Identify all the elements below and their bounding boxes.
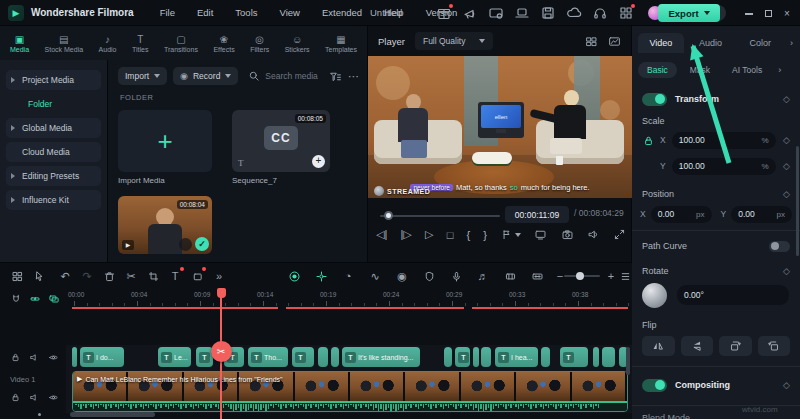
volume-button[interactable] [587,228,600,241]
timeline-zoom-slider[interactable] [564,275,600,277]
add-to-timeline-icon[interactable]: + [312,155,325,168]
menu-view[interactable]: View [280,7,300,18]
extract-clip-icon[interactable] [503,268,517,284]
subtitle-clip[interactable] [473,347,479,367]
import-button[interactable]: Import [118,67,167,85]
scale-x-keyframe-icon[interactable]: ◇ [783,135,790,145]
subtitle-clip[interactable] [331,347,339,367]
fit-timeline-icon[interactable] [530,268,544,284]
keyframe-graph-icon[interactable]: ∿ [368,268,382,284]
subtitle-clip[interactable]: TI do... [80,347,124,367]
subtitle-clip[interactable] [593,347,599,367]
sidebar-item-editing-presets[interactable]: Editing Presets [6,166,101,186]
tab-stock-media[interactable]: ▤Stock Media [45,34,84,53]
snapshot-camera-button[interactable] [561,228,574,241]
apps-grid-icon[interactable] [618,5,634,21]
scopes-icon[interactable] [608,35,621,48]
marker-flag-button[interactable] [500,228,521,241]
subtitle-clip[interactable]: TIt's like standing... [342,347,420,367]
zoom-slider-knob[interactable] [576,272,584,280]
split-scissors-button[interactable]: ✂ [211,341,232,362]
audio-stretch-icon[interactable]: ♬ [476,268,490,284]
multiview-icon[interactable] [585,35,598,48]
sequence-tile[interactable]: 00:08:05 CC T + [232,110,330,172]
delete-icon[interactable] [102,268,116,284]
tab-stickers[interactable]: ☺Stickers [285,34,310,53]
properties-tab-audio[interactable]: Audio [688,33,734,53]
transform-toggle[interactable] [642,93,667,106]
maximize-button[interactable] [761,8,775,19]
mask-icon[interactable] [422,268,436,284]
menu-extended[interactable]: Extended [322,7,362,18]
subtitle-clip[interactable]: TI hea... [495,347,538,367]
import-media-tile[interactable]: + [118,110,212,172]
redo-icon[interactable]: ↷ [80,268,94,284]
menu-edit[interactable]: Edit [197,7,213,18]
next-frame-button[interactable]: |▷ [401,228,412,241]
preview-video[interactable]: ellen never beforeMatt, so thanks so muc… [368,56,632,198]
scale-y-keyframe-icon[interactable]: ◇ [783,161,790,171]
headset-icon[interactable] [592,5,608,21]
seek-handle[interactable] [384,211,393,220]
tab-audio[interactable]: ♪Audio [99,34,117,53]
lock-track-icon[interactable] [10,392,21,403]
rotate-90-ccw-button[interactable] [758,336,791,356]
export-button[interactable]: Export [658,4,720,22]
record-button[interactable]: ◉ Record [173,67,238,85]
sidebar-item-global-media[interactable]: Global Media [6,118,101,138]
properties-scrollbar[interactable] [796,146,799,256]
marker-icon[interactable] [190,268,204,284]
position-keyframe-icon[interactable]: ◇ [783,189,790,199]
compositing-keyframe-icon[interactable]: ◇ [783,380,790,390]
subtitle-clip[interactable] [318,347,328,367]
track-manager-icon[interactable] [48,293,60,305]
properties-tab-video[interactable]: Video [638,33,684,53]
menu-tools[interactable]: Tools [235,7,257,18]
subtitle-clip[interactable] [541,347,550,367]
mirror-display-button[interactable] [534,228,547,241]
more-tools-icon[interactable]: » [212,268,226,284]
close-button[interactable]: × [780,8,794,19]
text-tool-icon[interactable]: T [168,268,182,284]
megaphone-icon[interactable] [462,5,478,21]
tab-transitions[interactable]: ▢Transitions [164,34,198,53]
device-icon[interactable] [514,5,530,21]
grid-view-icon[interactable] [10,268,24,284]
transform-keyframe-icon[interactable]: ◇ [783,94,790,104]
mic-icon[interactable] [449,268,463,284]
scale-y-field[interactable]: 100.00% [672,158,776,175]
rotate-90-cw-button[interactable] [719,336,752,356]
track-height-icon[interactable] [618,268,632,284]
snap-magnet-icon[interactable] [10,293,22,305]
play-button[interactable]: ▷ [425,228,433,241]
subtitle-clip[interactable]: TLe... [158,347,191,367]
subtitle-clip[interactable]: T [292,347,314,367]
mark-in-button[interactable]: { [466,229,470,241]
filter-icon[interactable] [329,70,342,83]
mark-out-button[interactable]: } [483,229,487,241]
properties-subtab-ai-tools[interactable]: AI Tools [723,62,771,78]
cloud-upload-icon[interactable] [566,5,582,21]
gift-icon[interactable] [436,5,452,21]
scale-x-field[interactable]: 100.00% [672,132,776,149]
rotate-dial[interactable] [642,283,667,308]
properties-tab-color[interactable]: Color [737,33,783,53]
subtitle-clip[interactable] [602,347,615,367]
seek-bar[interactable] [380,215,500,217]
compositing-toggle[interactable] [642,379,667,392]
properties-subtab-mask[interactable]: Mask [681,62,719,78]
stop-button[interactable]: □ [447,229,454,241]
menu-file[interactable]: File [160,7,175,18]
chevron-right-icon[interactable]: › [787,38,796,48]
motion-tracking-icon[interactable] [314,268,328,284]
flip-horizontal-button[interactable] [642,336,675,356]
position-x-field[interactable]: 0.00px [651,206,712,223]
sidebar-item-cloud-media[interactable]: Cloud Media [6,142,101,162]
hide-track-icon[interactable] [48,392,59,403]
rotate-field[interactable]: 0.00° [677,285,789,305]
tab-filters[interactable]: ◎Filters [250,34,269,53]
fullscreen-button[interactable] [613,228,626,241]
playhead-handle[interactable] [217,288,226,298]
tab-templates[interactable]: ▦Templates [325,34,357,53]
mute-track-icon[interactable] [29,392,40,403]
